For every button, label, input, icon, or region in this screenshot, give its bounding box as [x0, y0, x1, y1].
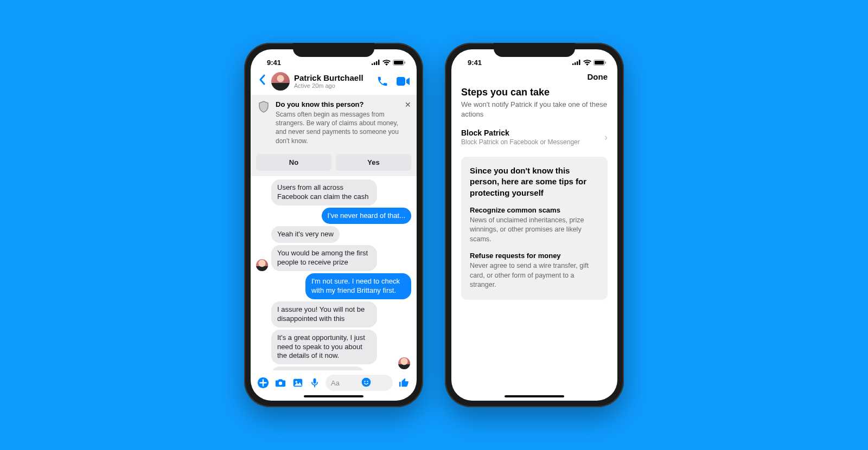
phone-right: 9:41 Done Steps you can take We won't no…	[445, 43, 624, 407]
svg-rect-0	[372, 63, 373, 65]
message-bubble[interactable]: I assure you! You will not be disappoint…	[271, 301, 377, 327]
svg-rect-16	[572, 63, 574, 65]
battery-icon	[393, 60, 406, 66]
signal-icon	[372, 60, 380, 65]
status-time: 9:41	[462, 59, 482, 67]
contact-title[interactable]: Patrick Burtchaell Active 20m ago	[294, 73, 372, 89]
thumbs-up-icon[interactable]	[398, 377, 410, 389]
message-bubble[interactable]: Users from all across Facebook can claim…	[271, 179, 377, 205]
message-bubble[interactable]: Yeah it's very new	[271, 226, 340, 243]
gallery-icon[interactable]	[292, 377, 304, 389]
tip-title: Refuse requests for money	[470, 252, 599, 260]
scam-warning: Do you know this person? Scams often beg…	[251, 95, 417, 151]
tip-body: News of unclaimed inheritances, prize wi…	[470, 216, 599, 245]
back-button[interactable]	[257, 74, 267, 88]
svg-rect-21	[595, 61, 604, 65]
message-row: Yeah it's very new	[256, 226, 411, 243]
chat-header: Patrick Burtchaell Active 20m ago	[251, 69, 417, 95]
signal-icon	[572, 60, 581, 65]
mic-icon[interactable]	[309, 377, 320, 389]
warning-yes-button[interactable]: Yes	[336, 154, 411, 171]
done-button[interactable]: Done	[451, 69, 617, 83]
tip-item: Refuse requests for money Never agree to…	[470, 252, 599, 290]
message-bubble[interactable]: I'm not sure. I need to check with my fr…	[305, 273, 411, 299]
tips-card: Since you don't know this person, here a…	[461, 157, 608, 300]
svg-rect-17	[575, 62, 576, 65]
message-bubble[interactable]: Are you available to chat?	[271, 367, 365, 370]
message-row: I'm not sure. I need to check with my fr…	[256, 273, 411, 299]
warning-body: Scams often begin as messages from stran…	[276, 110, 401, 145]
battery-icon	[593, 60, 607, 66]
call-icon[interactable]	[376, 75, 388, 87]
message-bubble[interactable]: You would be among the first people to r…	[271, 245, 377, 271]
home-indicator[interactable]	[304, 395, 363, 397]
svg-rect-7	[397, 77, 405, 86]
sender-avatar	[256, 259, 268, 271]
message-row: It's a great opportunity, I just need to…	[256, 330, 411, 365]
block-title: Block Patrick	[461, 128, 580, 137]
svg-rect-3	[378, 60, 380, 65]
svg-rect-19	[579, 60, 580, 65]
svg-rect-1	[374, 62, 375, 65]
svg-rect-2	[376, 61, 378, 65]
screen-chat: 9:41 Patrick Burtchaell Active 20m	[251, 49, 417, 401]
warning-no-button[interactable]: No	[256, 154, 331, 171]
tip-body: Never agree to send a wire transfer, gif…	[470, 261, 599, 290]
message-placeholder: Aa	[331, 379, 358, 387]
svg-point-15	[367, 381, 368, 382]
contact-avatar[interactable]	[271, 72, 290, 91]
phone-left: 9:41 Patrick Burtchaell Active 20m	[244, 43, 423, 407]
shield-icon	[257, 100, 270, 113]
block-row[interactable]: Block Patrick Block Patrick on Facebook …	[461, 128, 608, 153]
emoji-icon[interactable]	[361, 377, 387, 389]
block-subtitle: Block Patrick on Facebook or Messenger	[461, 138, 580, 146]
close-icon[interactable]: ✕	[405, 100, 411, 109]
contact-name: Patrick Burtchaell	[294, 73, 372, 82]
svg-rect-6	[405, 61, 406, 63]
message-bubble[interactable]: It's a great opportunity, I just need to…	[271, 330, 377, 365]
status-time: 9:41	[261, 59, 281, 67]
svg-rect-5	[394, 61, 403, 65]
warning-buttons: No Yes	[251, 151, 417, 176]
screen-steps: 9:41 Done Steps you can take We won't no…	[451, 49, 617, 401]
notch	[293, 43, 374, 57]
message-input[interactable]: Aa	[326, 375, 393, 391]
notch	[494, 43, 575, 57]
chevron-right-icon: ›	[604, 132, 608, 143]
home-indicator[interactable]	[505, 395, 564, 397]
message-row: I've never heard of that...	[256, 208, 411, 224]
message-row: I assure you! You will not be disappoint…	[256, 301, 411, 327]
warning-title: Do you know this person?	[276, 100, 401, 108]
wifi-icon	[583, 60, 591, 66]
message-list[interactable]: Users from all across Facebook can claim…	[251, 176, 417, 370]
tip-title: Recognize common scams	[470, 206, 599, 214]
svg-point-9	[279, 382, 282, 385]
steps-subtitle: We won't notify Patrick if you take one …	[461, 100, 608, 119]
camera-icon[interactable]	[275, 377, 286, 389]
tips-heading: Since you don't know this person, here a…	[470, 165, 599, 198]
svg-point-11	[296, 381, 297, 383]
svg-point-14	[364, 381, 365, 382]
video-icon[interactable]	[396, 75, 410, 87]
contact-presence: Active 20m ago	[294, 82, 372, 89]
seen-avatar	[398, 357, 410, 369]
steps-title: Steps you can take	[461, 87, 608, 98]
tip-item: Recognize common scams News of unclaimed…	[470, 206, 599, 245]
message-row: You would be among the first people to r…	[256, 245, 411, 271]
message-bubble[interactable]: I've never heard of that...	[322, 208, 411, 224]
wifi-icon	[382, 60, 391, 66]
message-row: Are you available to chat?	[256, 367, 411, 370]
svg-rect-22	[605, 61, 607, 63]
compose-plus-icon[interactable]	[257, 377, 269, 389]
svg-point-13	[362, 377, 371, 387]
svg-rect-18	[577, 61, 578, 65]
svg-rect-12	[314, 378, 316, 384]
message-row: Users from all across Facebook can claim…	[256, 179, 411, 205]
